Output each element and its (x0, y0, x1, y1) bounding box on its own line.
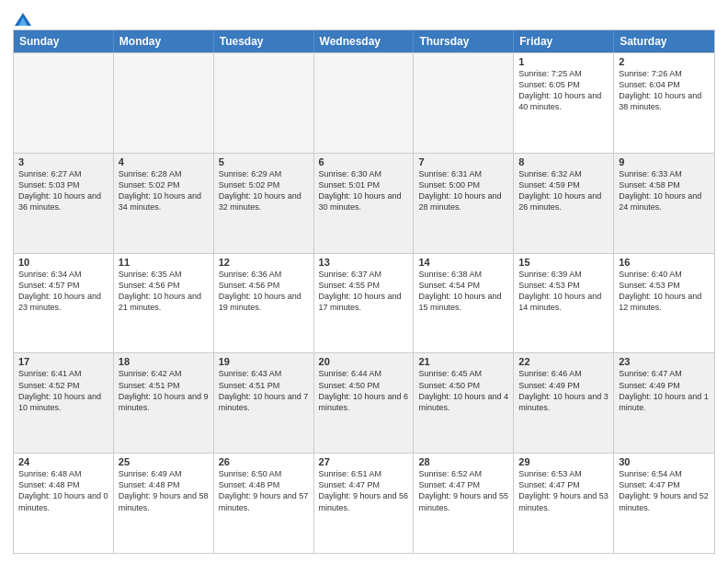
day-number: 23 (619, 356, 710, 367)
day-number: 13 (319, 257, 409, 268)
day-info: Sunrise: 6:37 AM Sunset: 4:55 PM Dayligh… (319, 269, 409, 314)
day-info: Sunrise: 6:41 AM Sunset: 4:52 PM Dayligh… (18, 368, 108, 413)
cal-cell (214, 53, 314, 153)
day-info: Sunrise: 6:31 AM Sunset: 5:00 PM Dayligh… (418, 168, 508, 213)
cal-cell: 22Sunrise: 6:46 AM Sunset: 4:49 PM Dayli… (514, 353, 614, 453)
day-info: Sunrise: 6:54 AM Sunset: 4:47 PM Dayligh… (619, 468, 710, 513)
cal-row-1: 3Sunrise: 6:27 AM Sunset: 5:03 PM Daylig… (14, 153, 714, 253)
logo (13, 13, 31, 24)
cal-row-4: 24Sunrise: 6:48 AM Sunset: 4:48 PM Dayli… (14, 453, 714, 553)
cal-cell: 23Sunrise: 6:47 AM Sunset: 4:49 PM Dayli… (614, 353, 714, 453)
day-number: 5 (219, 156, 309, 167)
day-number: 18 (119, 356, 209, 367)
day-info: Sunrise: 6:33 AM Sunset: 4:58 PM Dayligh… (619, 168, 710, 213)
day-number: 14 (418, 257, 508, 268)
cal-cell (14, 53, 114, 153)
cal-header-thursday: Thursday (414, 30, 514, 52)
calendar-header: SundayMondayTuesdayWednesdayThursdayFrid… (14, 30, 714, 52)
calendar-body: 1Sunrise: 7:25 AM Sunset: 6:05 PM Daylig… (14, 52, 714, 553)
cal-header-tuesday: Tuesday (214, 30, 314, 52)
cal-cell: 18Sunrise: 6:42 AM Sunset: 4:51 PM Dayli… (114, 353, 214, 453)
cal-cell: 1Sunrise: 7:25 AM Sunset: 6:05 PM Daylig… (514, 53, 614, 153)
day-info: Sunrise: 6:44 AM Sunset: 4:50 PM Dayligh… (319, 368, 409, 413)
cal-header-sunday: Sunday (14, 30, 114, 52)
day-number: 11 (119, 257, 209, 268)
cal-row-0: 1Sunrise: 7:25 AM Sunset: 6:05 PM Daylig… (14, 52, 714, 153)
cal-cell: 21Sunrise: 6:45 AM Sunset: 4:50 PM Dayli… (414, 353, 514, 453)
day-info: Sunrise: 6:53 AM Sunset: 4:47 PM Dayligh… (518, 468, 609, 513)
day-number: 12 (219, 257, 309, 268)
day-info: Sunrise: 6:38 AM Sunset: 4:54 PM Dayligh… (418, 269, 508, 314)
cal-cell: 30Sunrise: 6:54 AM Sunset: 4:47 PM Dayli… (614, 454, 714, 553)
day-info: Sunrise: 6:35 AM Sunset: 4:56 PM Dayligh… (119, 269, 209, 314)
day-info: Sunrise: 7:26 AM Sunset: 6:04 PM Dayligh… (619, 68, 710, 113)
day-number: 19 (219, 356, 309, 367)
day-number: 25 (119, 456, 209, 467)
cal-row-3: 17Sunrise: 6:41 AM Sunset: 4:52 PM Dayli… (14, 352, 714, 453)
cal-row-2: 10Sunrise: 6:34 AM Sunset: 4:57 PM Dayli… (14, 253, 714, 353)
cal-cell: 16Sunrise: 6:40 AM Sunset: 4:53 PM Dayli… (614, 254, 714, 353)
cal-cell: 24Sunrise: 6:48 AM Sunset: 4:48 PM Dayli… (14, 454, 114, 553)
day-number: 1 (518, 56, 609, 67)
day-info: Sunrise: 6:49 AM Sunset: 4:48 PM Dayligh… (119, 468, 209, 513)
day-number: 2 (619, 56, 710, 67)
cal-header-friday: Friday (514, 30, 614, 52)
day-number: 20 (319, 356, 409, 367)
cal-cell (414, 53, 514, 153)
day-info: Sunrise: 6:42 AM Sunset: 4:51 PM Dayligh… (119, 368, 209, 413)
cal-cell: 15Sunrise: 6:39 AM Sunset: 4:53 PM Dayli… (514, 254, 614, 353)
day-number: 22 (518, 356, 609, 367)
cal-header-wednesday: Wednesday (314, 30, 415, 52)
day-number: 17 (18, 356, 108, 367)
cal-cell: 19Sunrise: 6:43 AM Sunset: 4:51 PM Dayli… (214, 353, 314, 453)
cal-cell: 3Sunrise: 6:27 AM Sunset: 5:03 PM Daylig… (14, 154, 114, 253)
day-info: Sunrise: 6:36 AM Sunset: 4:56 PM Dayligh… (219, 269, 309, 314)
day-info: Sunrise: 6:32 AM Sunset: 4:59 PM Dayligh… (518, 168, 609, 213)
calendar: SundayMondayTuesdayWednesdayThursdayFrid… (13, 29, 715, 554)
cal-cell (114, 53, 214, 153)
day-info: Sunrise: 6:43 AM Sunset: 4:51 PM Dayligh… (219, 368, 309, 413)
day-info: Sunrise: 6:51 AM Sunset: 4:47 PM Dayligh… (319, 468, 409, 513)
day-number: 15 (518, 257, 609, 268)
cal-cell: 28Sunrise: 6:52 AM Sunset: 4:47 PM Dayli… (414, 454, 514, 553)
day-info: Sunrise: 6:30 AM Sunset: 5:01 PM Dayligh… (319, 168, 409, 213)
logo-icon (15, 13, 31, 26)
day-number: 24 (18, 456, 108, 467)
page: SundayMondayTuesdayWednesdayThursdayFrid… (0, 0, 728, 563)
header (13, 9, 715, 24)
day-info: Sunrise: 6:40 AM Sunset: 4:53 PM Dayligh… (619, 269, 710, 314)
day-number: 8 (518, 156, 609, 167)
day-number: 3 (18, 156, 108, 167)
day-number: 6 (319, 156, 409, 167)
cal-cell: 11Sunrise: 6:35 AM Sunset: 4:56 PM Dayli… (114, 254, 214, 353)
cal-cell: 4Sunrise: 6:28 AM Sunset: 5:02 PM Daylig… (114, 154, 214, 253)
day-number: 10 (18, 257, 108, 268)
day-info: Sunrise: 6:34 AM Sunset: 4:57 PM Dayligh… (18, 269, 108, 314)
cal-cell: 10Sunrise: 6:34 AM Sunset: 4:57 PM Dayli… (14, 254, 114, 353)
cal-cell: 6Sunrise: 6:30 AM Sunset: 5:01 PM Daylig… (314, 154, 415, 253)
cal-cell: 29Sunrise: 6:53 AM Sunset: 4:47 PM Dayli… (514, 454, 614, 553)
day-number: 9 (619, 156, 710, 167)
cal-cell: 12Sunrise: 6:36 AM Sunset: 4:56 PM Dayli… (214, 254, 314, 353)
cal-cell: 17Sunrise: 6:41 AM Sunset: 4:52 PM Dayli… (14, 353, 114, 453)
cal-header-monday: Monday (114, 30, 214, 52)
day-info: Sunrise: 6:48 AM Sunset: 4:48 PM Dayligh… (18, 468, 108, 513)
cal-cell: 2Sunrise: 7:26 AM Sunset: 6:04 PM Daylig… (614, 53, 714, 153)
day-info: Sunrise: 6:50 AM Sunset: 4:48 PM Dayligh… (219, 468, 309, 513)
cal-cell: 25Sunrise: 6:49 AM Sunset: 4:48 PM Dayli… (114, 454, 214, 553)
day-number: 4 (119, 156, 209, 167)
day-number: 28 (418, 456, 508, 467)
day-info: Sunrise: 6:28 AM Sunset: 5:02 PM Dayligh… (119, 168, 209, 213)
day-info: Sunrise: 6:45 AM Sunset: 4:50 PM Dayligh… (418, 368, 508, 413)
cal-cell: 13Sunrise: 6:37 AM Sunset: 4:55 PM Dayli… (314, 254, 415, 353)
day-info: Sunrise: 6:47 AM Sunset: 4:49 PM Dayligh… (619, 368, 710, 413)
day-number: 29 (518, 456, 609, 467)
cal-cell: 7Sunrise: 6:31 AM Sunset: 5:00 PM Daylig… (414, 154, 514, 253)
day-number: 30 (619, 456, 710, 467)
day-info: Sunrise: 7:25 AM Sunset: 6:05 PM Dayligh… (518, 68, 609, 113)
cal-cell: 14Sunrise: 6:38 AM Sunset: 4:54 PM Dayli… (414, 254, 514, 353)
cal-cell: 5Sunrise: 6:29 AM Sunset: 5:02 PM Daylig… (214, 154, 314, 253)
day-info: Sunrise: 6:46 AM Sunset: 4:49 PM Dayligh… (518, 368, 609, 413)
cal-cell (314, 53, 415, 153)
cal-cell: 27Sunrise: 6:51 AM Sunset: 4:47 PM Dayli… (314, 454, 415, 553)
